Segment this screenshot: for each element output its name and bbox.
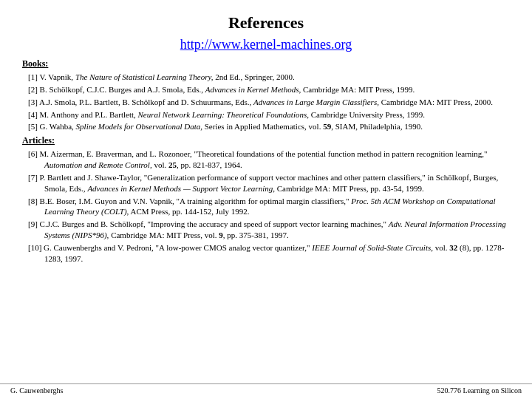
page-title: References [22, 13, 510, 33]
list-item: [8] B.E. Boser, I.M. Guyon and V.N. Vapn… [28, 196, 510, 218]
footer-right: 520.776 Learning on Silicon [437, 386, 522, 395]
list-item: [7] P. Bartlett and J. Shawe-Taylor, "Ge… [28, 172, 510, 194]
page: References http://www.kernel-machines.or… [0, 0, 532, 399]
list-item: [1] V. Vapnik, The Nature of Statistical… [28, 72, 510, 83]
list-item: [3] A.J. Smola, P.L. Bartlett, B. Schölk… [28, 97, 510, 108]
list-item: [6] M. Aizerman, E. Braverman, and L. Ro… [28, 149, 510, 171]
url-link[interactable]: http://www.kernel-machines.org [22, 37, 510, 52]
list-item: [9] C.J.C. Burges and B. Schölkopf, "Imp… [28, 219, 510, 241]
books-section-label: Books: [22, 58, 510, 69]
list-item: [4] M. Anthony and P.L. Bartlett, Neural… [28, 109, 510, 120]
list-item: [2] B. Schölkopf, C.J.C. Burges and A.J.… [28, 84, 510, 95]
footer-left: G. Cauwenberghs [10, 386, 63, 395]
articles-list: [6] M. Aizerman, E. Braverman, and L. Ro… [28, 149, 510, 264]
footer: G. Cauwenberghs 520.776 Learning on Sili… [0, 383, 532, 395]
articles-section-label: Articles: [22, 135, 510, 146]
list-item: [10] G. Cauwenberghs and V. Pedroni, "A … [28, 242, 510, 265]
books-list: [1] V. Vapnik, The Nature of Statistical… [28, 72, 510, 132]
list-item: [5] G. Wahba, Spline Models for Observat… [28, 121, 510, 132]
